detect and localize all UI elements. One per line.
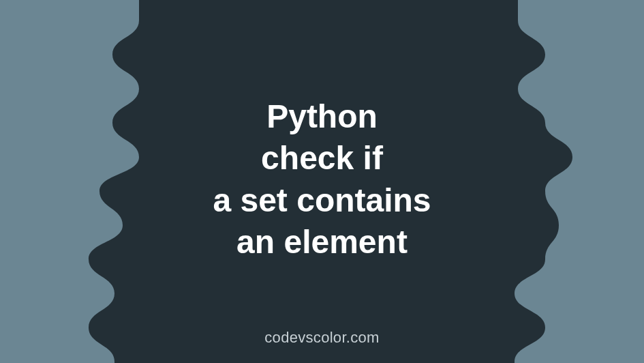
heading-line-4: an element xyxy=(132,221,513,263)
main-heading: Python check if a set contains an elemen… xyxy=(132,96,513,263)
heading-line-3: a set contains xyxy=(132,179,513,221)
watermark-text: codevscolor.com xyxy=(264,329,379,347)
heading-line-1: Python xyxy=(132,96,513,137)
heading-line-2: check if xyxy=(132,137,513,179)
